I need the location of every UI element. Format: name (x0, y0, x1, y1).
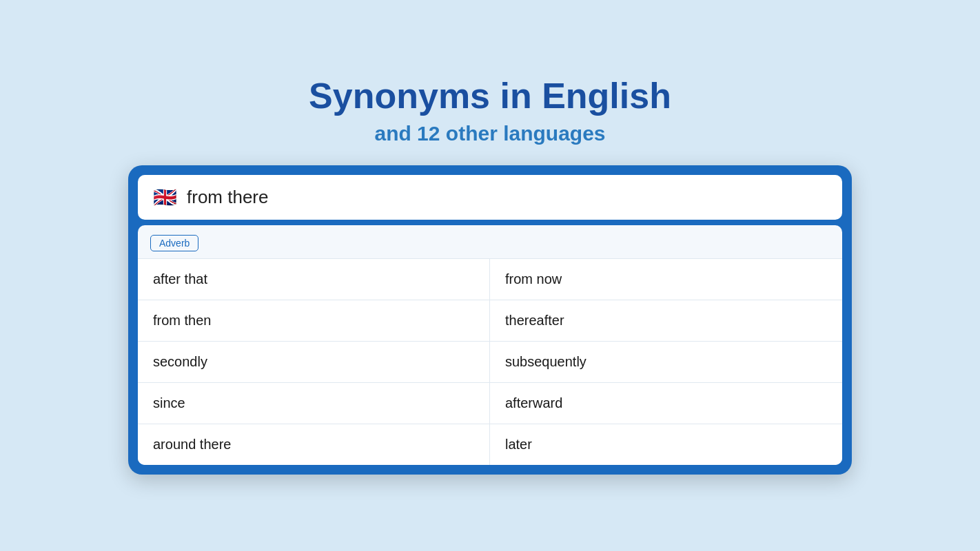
synonym-cell[interactable]: since (138, 382, 490, 424)
synonym-cell[interactable]: afterward (490, 382, 842, 424)
synonym-cell[interactable]: secondly (138, 341, 490, 382)
synonym-cell[interactable]: from now (490, 258, 842, 300)
synonym-cell[interactable]: from then (138, 300, 490, 341)
page-title: Synonyms in English (309, 76, 671, 116)
synonyms-grid: after that from now from then thereafter… (138, 258, 842, 465)
synonym-text: subsequently (505, 354, 586, 369)
app-container: 🇬🇧 from there Adverb after that from now… (128, 165, 852, 475)
synonym-cell[interactable]: later (490, 424, 842, 465)
pos-tag: Adverb (150, 235, 198, 251)
synonym-text: since (153, 395, 185, 410)
synonym-text: from now (505, 271, 562, 287)
results-container: Adverb after that from now from then the… (138, 225, 842, 465)
synonym-text: after that (153, 271, 207, 287)
synonym-cell[interactable]: thereafter (490, 300, 842, 341)
tag-row: Adverb (138, 225, 842, 258)
synonym-text: secondly (153, 354, 207, 369)
synonym-text: thereafter (505, 313, 564, 328)
synonym-text: later (505, 437, 532, 452)
synonym-text: around there (153, 437, 231, 452)
search-bar[interactable]: 🇬🇧 from there (138, 175, 842, 220)
synonym-cell[interactable]: around there (138, 424, 490, 465)
synonym-text: afterward (505, 395, 562, 410)
flag-icon: 🇬🇧 (153, 186, 177, 209)
header-section: Synonyms in English and 12 other languag… (309, 76, 671, 146)
search-query: from there (187, 187, 269, 208)
synonym-cell[interactable]: subsequently (490, 341, 842, 382)
synonym-text: from then (153, 313, 211, 328)
page-subtitle: and 12 other languages (309, 121, 671, 146)
synonym-cell[interactable]: after that (138, 258, 490, 300)
